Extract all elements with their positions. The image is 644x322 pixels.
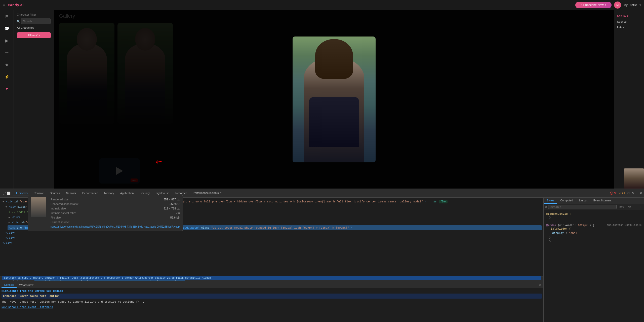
sidebar-icon-heart[interactable]: ♥ [3, 85, 11, 93]
sort-by-option[interactable]: Sort By ▾ [617, 13, 641, 19]
devtools-settings-icon[interactable]: ⚙ [631, 192, 634, 195]
tooltip-intrinsic-size-row: Intrinsic size: 512 × 768 px [51, 206, 180, 211]
tab-styles[interactable]: Styles [544, 198, 557, 204]
new-scroll-snap-link[interactable]: New scroll snap event listeners [2, 306, 53, 309]
logo: candy.ai [8, 3, 24, 7]
intrinsic-size-label: Intrinsic size: [51, 206, 67, 211]
top-bar: ≡ candy.ai ✦ Subscribe Now ✦ M My Profil… [0, 0, 644, 10]
intrinsic-size-value: 512 × 768 px [164, 206, 180, 211]
filter-panel: Character Filter 🔍 All Characters Filter… [14, 10, 54, 189]
sidebar-icon-edit[interactable]: ✏ [3, 49, 11, 56]
devtools-close-icon[interactable]: ✕ [640, 192, 642, 195]
devtools-more-icon[interactable]: ⋮ [635, 192, 638, 195]
intrinsic-aspect-value: 2:3 [176, 211, 180, 215]
styles-panel: Styles Computed Layout Event listeners ⧖… [543, 198, 644, 322]
tooltip-info: Rendered size: 552 × 827 px Rendered asp… [51, 197, 180, 229]
css-element-style-close: } [546, 216, 641, 220]
css-lg-hidden-selector: .lg\:hidden { [546, 227, 641, 231]
all-characters-link[interactable]: All Characters [17, 26, 51, 29]
filters-button[interactable]: Filters (1) [17, 32, 51, 38]
css-element-style-block: element.style { } [545, 211, 642, 221]
search-icon: 🔍 [17, 20, 20, 23]
tooltip-rendered-size-row: Rendered size: 552 × 827 px [51, 197, 180, 202]
sidebar-icon-lightning[interactable]: ⚡ [3, 73, 11, 81]
toggle-classes-btn[interactable]: .cls [626, 205, 632, 209]
console-highlight-item: Enhanced 'Never pause here' option [2, 294, 542, 299]
devtools-device-icon[interactable]: ⬜ [7, 191, 11, 195]
dom-line-close-div2[interactable]: </div> [5, 235, 542, 240]
source-url-link[interactable]: https://private-cdn.candy.ai/images/MjAy… [51, 225, 180, 228]
dom-line-close-div3[interactable]: </div> [2, 240, 542, 245]
username-label: My Profile [624, 3, 637, 7]
intrinsic-aspect-label: Intrinsic aspect ratio: [51, 211, 76, 215]
left-sidebar: ⊞ 💬 ▶ ✏ ★ ⚡ ♥ [0, 10, 14, 189]
rendered-aspect-value: 552:827 [170, 202, 180, 206]
css-media-block: @media (min-width: 1024px ) { applicatio… [545, 223, 642, 245]
css-element-style-selector: element.style { [546, 212, 641, 216]
add-style-rule-btn[interactable]: + [633, 205, 637, 209]
tooltip-intrinsic-aspect-row: Intrinsic aspect ratio: 2:3 [51, 211, 180, 215]
console-highlights-title: Highlights from the Chrome 136 update [2, 290, 542, 293]
tab-performance-insights[interactable]: Performance insights ✦ [190, 190, 225, 196]
console-tab-whatsnew[interactable]: What's new [17, 282, 36, 288]
sidebar-icon-play[interactable]: ▶ [3, 37, 11, 44]
tab-event-listeners[interactable]: Event listeners [590, 198, 615, 204]
tooltip-source-row: Current source: https://private-cdn.cand… [51, 220, 180, 229]
rendered-size-label: Rendered size: [51, 197, 69, 202]
tooltip-image-preview [31, 197, 46, 217]
top-right-area: ✦ Subscribe Now ✦ M My Profile ▾ [575, 2, 641, 9]
tab-layout[interactable]: Layout [576, 198, 590, 204]
toggle-element-state-btn[interactable]: :hov [618, 205, 625, 209]
new-scroll-snap: New scroll snap event listeners [2, 306, 542, 309]
modal-image [293, 37, 376, 162]
sort-soonest-option[interactable]: Soonest [617, 19, 641, 24]
console-close-btn[interactable]: ✕ [539, 283, 542, 287]
tab-computed[interactable]: Computed [557, 198, 576, 204]
styles-filter-input[interactable] [548, 205, 617, 209]
console-area: Console What's new ✕ Highlights from the… [0, 282, 543, 322]
styles-toolbar: ⧖ :hov .cls + ⋮ [544, 204, 644, 210]
filter-icon: ⧖ [545, 205, 547, 208]
blue-bar-area: div.flex.px-5.py-2.justify-between.w-ful… [0, 275, 543, 281]
image-tooltip: Rendered size: 552 × 827 px Rendered asp… [28, 195, 183, 231]
console-tab-console[interactable]: Console [2, 282, 17, 288]
rendered-size-value: 552 × 827 px [164, 197, 180, 202]
bottom-right-thumbnail [624, 168, 644, 189]
character-search-input[interactable] [21, 18, 51, 24]
styles-tab-bar: Styles Computed Layout Event listeners [544, 198, 644, 204]
info-count: ℹ 1 [627, 192, 630, 195]
enhanced-never-pause-title: Enhanced 'Never pause here' option [3, 295, 540, 298]
css-lg-hidden-close: } [546, 235, 641, 240]
modal-overlay[interactable] [54, 10, 614, 189]
avatar: M [614, 2, 621, 9]
sidebar-icon-chat[interactable]: 💬 [3, 25, 11, 32]
source-label: Current source: [51, 221, 70, 224]
styles-more-btn[interactable]: ⋮ [638, 205, 642, 209]
main-content: Character Filter 🔍 All Characters Filter… [14, 10, 644, 189]
styles-content: element.style { } @media (min-width: 102… [544, 210, 644, 322]
sort-latest-option[interactable]: Latest [617, 24, 641, 30]
warn-count: ⚠ 21 [619, 192, 625, 195]
right-panel: Sort By ▾ Soonest Latest [614, 10, 644, 189]
css-media-rule: @media (min-width: 1024px ) { applicatio… [546, 224, 641, 227]
sidebar-icon-grid[interactable]: ⊞ [3, 13, 11, 20]
blue-highlight-bar: div.flex.px-5.py-2.justify-between.w-ful… [2, 276, 541, 280]
rendered-aspect-label: Rendered aspect ratio: [51, 202, 78, 206]
css-media-close: } [546, 240, 641, 244]
gallery-area: Gallery [54, 10, 614, 189]
file-size-label: File size: [51, 215, 61, 220]
console-tabs: Console What's new ✕ [0, 282, 543, 288]
file-size-value: 57.6 kB [170, 215, 180, 220]
devtools-right-controls: 🚫 99 ⚠ 21 ℹ 1 ⚙ ⋮ ✕ [610, 192, 642, 195]
subscribe-button[interactable]: ✦ Subscribe Now ✦ [575, 2, 611, 8]
chevron-down-icon: ▾ [639, 3, 641, 7]
devtools-inspect-icon[interactable]: ⛶ [2, 191, 6, 195]
hamburger-icon[interactable]: ≡ [3, 3, 5, 7]
tooltip-file-size-row: File size: 57.6 kB [51, 215, 180, 220]
tooltip-rendered-aspect-row: Rendered aspect ratio: 552:827 [51, 202, 180, 206]
sidebar-icon-star[interactable]: ★ [3, 61, 11, 68]
error-count: 🚫 99 [610, 192, 617, 195]
tooltip-content: Rendered size: 552 × 827 px Rendered asp… [31, 197, 180, 229]
console-highlight-text: The 'Never pause here' option now suppor… [2, 300, 542, 304]
css-display-prop: display : none; [546, 231, 641, 235]
